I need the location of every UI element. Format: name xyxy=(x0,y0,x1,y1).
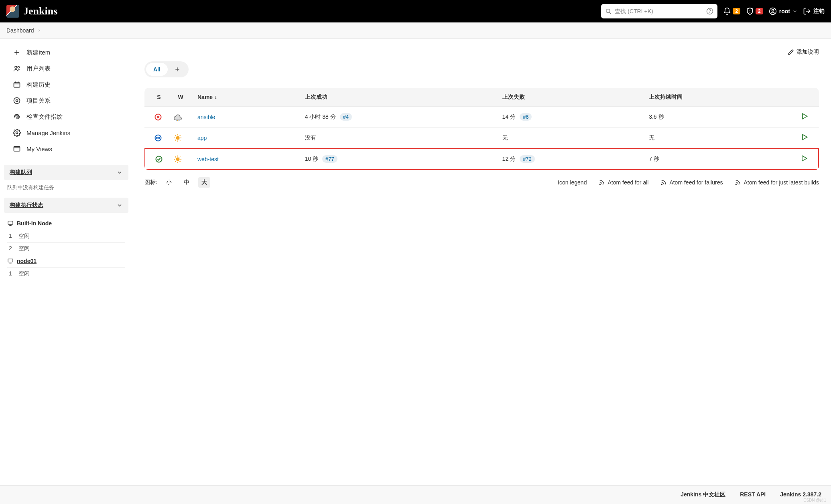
build-badge[interactable]: #4 xyxy=(340,113,352,121)
executor-slot: 1 空闲 xyxy=(7,267,125,280)
node-node01[interactable]: node01 xyxy=(7,255,125,267)
svg-line-54 xyxy=(175,156,176,157)
svg-point-38 xyxy=(176,136,179,139)
svg-rect-21 xyxy=(8,221,13,225)
svg-line-44 xyxy=(180,140,181,140)
search-box[interactable] xyxy=(601,4,717,18)
col-weather[interactable]: W xyxy=(169,88,193,106)
atom-all-link[interactable]: Atom feed for all xyxy=(599,179,648,186)
user-icon xyxy=(769,7,777,15)
build-badge[interactable]: #6 xyxy=(520,113,532,121)
run-button[interactable] xyxy=(801,133,809,141)
rss-icon xyxy=(599,179,605,186)
chevron-down-icon xyxy=(116,202,123,208)
history-icon xyxy=(13,81,21,89)
sidebar-item-project-rel[interactable]: 项目关系 xyxy=(4,93,128,109)
atom-all-label: Atom feed for all xyxy=(608,179,648,186)
main-content: 添加说明 All S W Name ↓ 上次成功 上次失败 上次持续时间 xyxy=(132,39,831,284)
sidebar-item-label: My Views xyxy=(26,146,52,152)
col-last-success[interactable]: 上次成功 xyxy=(300,88,498,106)
cell-name: ansible xyxy=(193,106,300,127)
sidebar-item-people[interactable]: 用户列表 xyxy=(4,61,128,77)
edit-icon xyxy=(788,49,794,55)
job-link[interactable]: app xyxy=(197,135,207,141)
col-actions xyxy=(795,88,819,106)
svg-line-46 xyxy=(180,135,181,136)
icon-size-medium[interactable]: 中 xyxy=(181,177,193,188)
executors-header[interactable]: 构建执行状态 xyxy=(4,198,128,213)
search-input[interactable] xyxy=(615,8,703,14)
col-status[interactable]: S xyxy=(144,88,169,106)
table-row: web-test 10 秒 #77 12 分 #72 7 秒 xyxy=(144,148,819,170)
slot-state: 空闲 xyxy=(18,245,30,252)
icon-legend-link[interactable]: Icon legend xyxy=(558,179,587,186)
svg-point-5 xyxy=(750,12,750,12)
tab-all[interactable]: All xyxy=(146,63,168,76)
user-menu[interactable]: root xyxy=(769,7,797,15)
icon-size-small[interactable]: 小 xyxy=(163,177,175,188)
build-queue-body: 队列中没有构建任务 xyxy=(0,180,132,195)
node-builtin[interactable]: Built-In Node xyxy=(7,217,125,230)
executor-slot: 1 空闲 xyxy=(7,230,125,242)
play-icon xyxy=(801,112,809,120)
job-link[interactable]: web-test xyxy=(197,156,219,162)
play-icon xyxy=(800,154,808,162)
breadcrumb-dashboard[interactable]: Dashboard xyxy=(6,27,34,34)
svg-line-57 xyxy=(180,156,181,157)
atom-latest-link[interactable]: Atom feed for just latest builds xyxy=(735,179,819,186)
weather-sun-icon xyxy=(173,155,182,164)
run-button[interactable] xyxy=(801,112,809,120)
window-icon xyxy=(13,145,21,153)
status-ok-icon xyxy=(155,155,163,163)
add-description-button[interactable]: 添加说明 xyxy=(788,49,819,56)
sidebar-item-build-history[interactable]: 构建历史 xyxy=(4,77,128,93)
help-icon[interactable] xyxy=(706,8,713,15)
notifications-button[interactable]: 2 xyxy=(723,7,740,15)
cell-name: app xyxy=(193,127,300,148)
sidebar-item-label: 用户列表 xyxy=(26,65,51,73)
jobs-table-wrap: S W Name ↓ 上次成功 上次失败 上次持续时间 ansible 4 小时… xyxy=(144,88,819,170)
bell-icon xyxy=(723,7,731,15)
slot-number: 1 xyxy=(9,270,15,277)
svg-rect-23 xyxy=(8,259,13,262)
plus-icon xyxy=(13,49,21,57)
sidebar-item-manage[interactable]: Manage Jenkins xyxy=(4,125,128,141)
cell-run xyxy=(795,127,819,148)
build-queue-header[interactable]: 构建队列 xyxy=(4,165,128,180)
icon-size-large[interactable]: 大 xyxy=(198,177,210,188)
svg-point-0 xyxy=(606,9,610,13)
security-button[interactable]: 2 xyxy=(746,7,763,15)
cell-run xyxy=(795,148,819,170)
tab-add-button[interactable] xyxy=(168,64,187,75)
logout-button[interactable]: 注销 xyxy=(803,7,825,15)
sidebar: 新建Item 用户列表 构建历史 项目关系 检查文件指纹 Manage Jenk… xyxy=(0,39,132,284)
svg-line-32 xyxy=(179,120,179,121)
job-link[interactable]: ansible xyxy=(197,114,215,120)
cell-name: web-test xyxy=(193,148,300,170)
svg-line-31 xyxy=(177,120,178,121)
svg-point-7 xyxy=(772,9,774,11)
build-badge[interactable]: #77 xyxy=(322,155,337,163)
table-row: ansible 4 小时 38 分 #4 14 分 #6 3.6 秒 xyxy=(144,106,819,127)
gear-icon xyxy=(13,129,21,137)
build-badge[interactable]: #72 xyxy=(520,155,535,163)
cell-duration: 无 xyxy=(644,127,795,148)
slot-state: 空闲 xyxy=(18,270,30,277)
svg-point-11 xyxy=(18,67,19,68)
atom-fail-link[interactable]: Atom feed for failures xyxy=(660,179,723,186)
svg-line-56 xyxy=(175,161,176,162)
run-button[interactable] xyxy=(800,154,808,162)
col-last-failure[interactable]: 上次失败 xyxy=(498,88,644,106)
sidebar-item-fingerprint[interactable]: 检查文件指纹 xyxy=(4,109,128,125)
cell-last-failure: 无 xyxy=(498,127,644,148)
shield-icon xyxy=(746,7,754,15)
logout-label: 注销 xyxy=(813,8,825,15)
sidebar-item-my-views[interactable]: My Views xyxy=(4,141,128,157)
rss-icon xyxy=(660,179,667,186)
cell-last-success: 没有 xyxy=(300,127,498,148)
col-name[interactable]: Name ↓ xyxy=(193,88,300,106)
col-duration[interactable]: 上次持续时间 xyxy=(644,88,795,106)
svg-marker-58 xyxy=(802,156,807,161)
logo[interactable]: Jenkins xyxy=(6,5,57,18)
sidebar-item-new-item[interactable]: 新建Item xyxy=(4,45,128,61)
